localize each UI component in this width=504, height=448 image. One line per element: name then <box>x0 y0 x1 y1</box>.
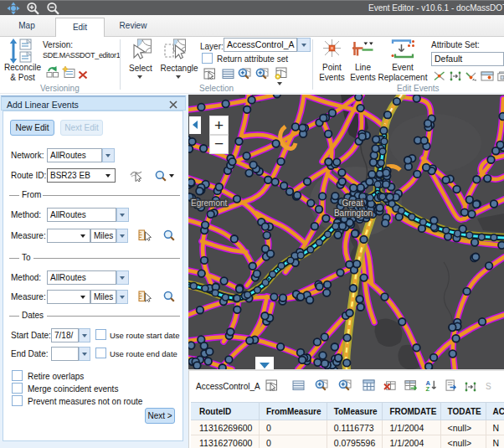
svg-text:Great: Great <box>342 198 363 208</box>
svg-text:Egremont: Egremont <box>191 198 228 208</box>
svg-text:Barrington: Barrington <box>334 209 373 218</box>
svg-text:Z: Z <box>426 385 430 391</box>
